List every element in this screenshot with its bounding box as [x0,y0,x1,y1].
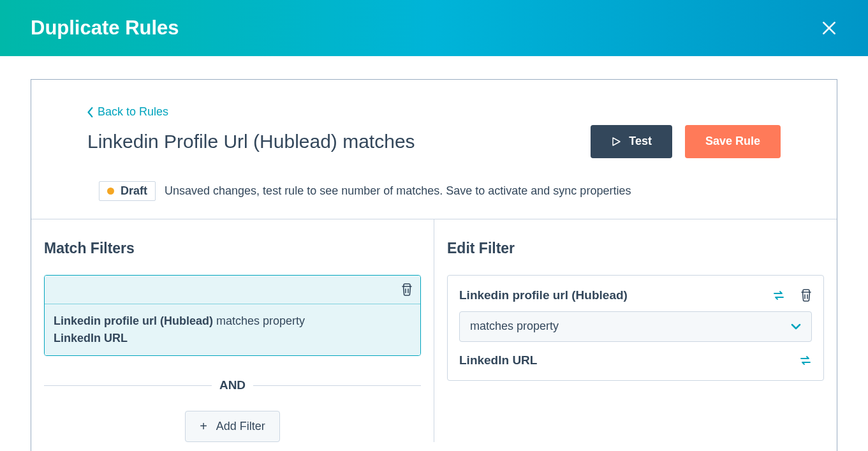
swap-field1-button[interactable] [772,290,785,301]
edit-field2-label: LinkedIn URL [459,353,537,367]
and-separator: AND [44,378,421,393]
chevron-left-icon [87,107,94,117]
filter-property2: LinkedIn URL [54,332,411,345]
chevron-down-icon [791,323,801,330]
top-section: Back to Rules Linkedin Profile Url (Hubl… [31,80,837,219]
close-button[interactable] [821,20,837,36]
panels: Match Filters Linkedin profile url (Hubl… [31,219,837,442]
delete-filter-button[interactable] [401,283,413,296]
trash-icon [401,283,413,296]
rule-title: Linkedin Profile Url (Hublead) matches L… [87,131,419,152]
edit-filter-panel: Edit Filter Linkedin profile url (Hublea… [434,219,837,442]
filter-description-line1: Linkedin profile url (Hublead) matches p… [54,314,411,328]
filter-card[interactable]: Linkedin profile url (Hublead) matches p… [44,275,421,356]
test-button[interactable]: Test [591,125,672,158]
plus-icon: + [200,419,207,434]
and-label: AND [212,378,253,392]
match-filters-title: Match Filters [44,240,421,257]
play-icon [611,137,621,147]
operator-value: matches property [470,320,559,333]
filter-joiner: matches property [216,314,305,327]
edit-field1-row: Linkedin profile url (Hublead) [459,288,812,302]
draft-badge-label: Draft [121,184,147,198]
swap-icon [772,290,785,301]
status-row: Draft Unsaved changes, test rule to see … [99,181,781,201]
status-message: Unsaved changes, test rule to see number… [165,184,631,198]
add-filter-label: Add Filter [216,420,265,433]
swap-field2-button[interactable] [799,355,812,366]
edit-filter-title: Edit Filter [447,240,824,257]
status-dot-icon [107,188,114,195]
edit-field1-label: Linkedin profile url (Hublead) [459,288,628,302]
add-filter-row: + Add Filter [44,411,421,442]
save-button-label: Save Rule [705,135,760,148]
back-to-rules-link[interactable]: Back to Rules [87,105,168,119]
close-icon [821,20,837,36]
filter-card-toolbar [45,276,420,304]
title-row: Linkedin Profile Url (Hublead) matches L… [87,125,781,158]
back-link-label: Back to Rules [98,105,168,119]
delete-field1-button[interactable] [800,289,812,302]
edit-field2-row: LinkedIn URL [459,353,812,367]
save-rule-button[interactable]: Save Rule [685,125,781,158]
header-title: Duplicate Rules [31,17,179,40]
add-filter-button[interactable]: + Add Filter [185,411,280,442]
page-header: Duplicate Rules [0,0,868,56]
edit-field1-icons [772,289,812,302]
match-filters-panel: Match Filters Linkedin profile url (Hubl… [31,219,434,442]
test-button-label: Test [629,135,652,148]
trash-icon [800,289,812,302]
edit-filter-card: Linkedin profile url (Hublead) matches p… [447,275,824,381]
main-container: Back to Rules Linkedin Profile Url (Hubl… [31,79,837,451]
button-group: Test Save Rule [591,125,781,158]
draft-badge: Draft [99,181,156,201]
filter-card-body: Linkedin profile url (Hublead) matches p… [45,304,420,355]
svg-marker-2 [613,138,620,145]
operator-select[interactable]: matches property [459,311,812,342]
swap-icon [799,355,812,366]
filter-property1: Linkedin profile url (Hublead) [54,314,213,327]
